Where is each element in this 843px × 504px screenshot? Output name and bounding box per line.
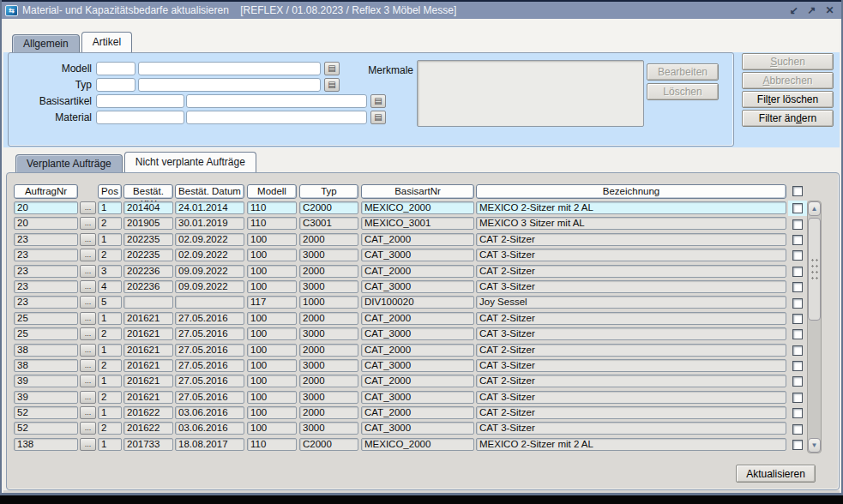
row-lov-button[interactable]: ... bbox=[80, 438, 96, 451]
cell-auftragnr[interactable]: 25 bbox=[14, 327, 78, 340]
cell-basisartnr[interactable]: CAT_2000 bbox=[361, 406, 474, 419]
cell-basisartnr[interactable]: MEXICO_2000 bbox=[361, 201, 474, 214]
cell-bestaet-datum[interactable]: 24.01.2014 bbox=[175, 201, 244, 214]
column-header-bezeichnung[interactable]: Bezeichnung bbox=[476, 184, 786, 199]
cell-typ[interactable]: 2000 bbox=[299, 344, 358, 357]
cell-bestaet-kw[interactable]: 201404 bbox=[123, 201, 173, 214]
column-header-typ[interactable]: Typ bbox=[299, 184, 358, 199]
select-all-checkbox[interactable] bbox=[792, 186, 803, 196]
cell-basisartnr[interactable]: CAT_2000 bbox=[361, 344, 474, 357]
row-lov-button[interactable]: ... bbox=[80, 233, 96, 246]
cell-basisartnr[interactable]: MEXICO_3001 bbox=[361, 217, 474, 230]
column-header-auftragnr[interactable]: AuftragNr bbox=[14, 184, 78, 199]
cell-bestaet-datum[interactable]: 18.08.2017 bbox=[175, 438, 244, 451]
cell-typ[interactable]: 1000 bbox=[299, 296, 358, 309]
row-lov-button[interactable]: ... bbox=[80, 312, 96, 325]
cell-bezeichnung[interactable]: MEXICO 2-Sitzer mit 2 AL bbox=[476, 438, 786, 451]
abbrechen-button[interactable]: Abbrechen bbox=[742, 72, 834, 89]
cell-bestaet-kw[interactable]: 201621 bbox=[123, 391, 173, 404]
cell-bezeichnung[interactable]: CAT 2-Sitzer bbox=[476, 406, 786, 419]
row-checkbox[interactable] bbox=[792, 282, 803, 292]
cell-modell[interactable]: 110 bbox=[247, 438, 297, 451]
cell-typ[interactable]: 2000 bbox=[299, 406, 358, 419]
row-checkbox[interactable] bbox=[792, 219, 803, 230]
cell-modell[interactable]: 100 bbox=[247, 344, 297, 357]
cell-basisartnr[interactable]: CAT_2000 bbox=[361, 375, 474, 387]
modell-lov-icon[interactable]: ▤ bbox=[324, 62, 340, 75]
cell-basisartnr[interactable]: MEXICO_2000 bbox=[361, 438, 474, 451]
tab-verplante-auftraege[interactable]: Verplante Aufträge bbox=[15, 154, 123, 172]
cell-typ[interactable]: 2000 bbox=[299, 233, 358, 246]
row-checkbox[interactable] bbox=[792, 408, 803, 418]
tab-artikel[interactable]: Artikel bbox=[81, 32, 132, 52]
loeschen-button[interactable]: Löschen bbox=[647, 83, 719, 100]
row-lov-button[interactable]: ... bbox=[80, 375, 96, 387]
cell-typ[interactable]: 3000 bbox=[299, 422, 358, 435]
cell-bestaet-datum[interactable]: 02.09.2022 bbox=[175, 249, 244, 261]
cell-bestaet-datum[interactable]: 27.05.2016 bbox=[175, 391, 244, 404]
row-checkbox[interactable] bbox=[792, 314, 803, 324]
row-lov-button[interactable]: ... bbox=[80, 327, 96, 340]
cell-modell[interactable]: 100 bbox=[247, 312, 297, 325]
row-lov-button[interactable]: ... bbox=[80, 249, 96, 261]
row-checkbox[interactable] bbox=[792, 424, 803, 435]
row-lov-button[interactable]: ... bbox=[80, 359, 96, 372]
row-checkbox[interactable] bbox=[792, 393, 803, 403]
cell-pos[interactable]: 2 bbox=[98, 249, 122, 261]
cell-bestaet-kw[interactable]: 202236 bbox=[123, 265, 173, 278]
scroll-up-icon[interactable]: ▲ bbox=[808, 201, 821, 216]
row-checkbox[interactable] bbox=[792, 361, 803, 371]
cell-bestaet-datum[interactable]: 27.05.2016 bbox=[175, 312, 244, 325]
basisartikel-code-input[interactable] bbox=[96, 94, 184, 108]
cell-pos[interactable]: 2 bbox=[98, 217, 122, 230]
cell-auftragnr[interactable]: 52 bbox=[14, 406, 78, 419]
cell-basisartnr[interactable]: CAT_3000 bbox=[361, 327, 474, 340]
row-checkbox[interactable] bbox=[792, 345, 803, 356]
row-checkbox[interactable] bbox=[792, 329, 803, 339]
modell-code-input[interactable] bbox=[96, 62, 135, 75]
cell-bestaet-kw[interactable]: 201621 bbox=[123, 344, 173, 357]
cell-auftragnr[interactable]: 25 bbox=[14, 312, 78, 325]
material-lov-icon[interactable]: ▤ bbox=[370, 111, 386, 124]
typ-lov-icon[interactable]: ▤ bbox=[324, 78, 340, 92]
column-header-basisartnr[interactable]: BasisartNr bbox=[361, 184, 474, 199]
cell-bezeichnung[interactable]: MEXICO 3 Sitzer mit AL bbox=[476, 217, 786, 230]
cell-bestaet-kw[interactable]: 201622 bbox=[123, 422, 173, 435]
cell-bestaet-kw[interactable]: 202236 bbox=[123, 280, 173, 293]
restore-icon[interactable]: ↙ bbox=[787, 4, 800, 17]
cell-bestaet-datum[interactable] bbox=[175, 296, 244, 309]
row-checkbox[interactable] bbox=[792, 298, 803, 309]
row-lov-button[interactable]: ... bbox=[80, 265, 96, 278]
material-text-input[interactable] bbox=[186, 111, 367, 124]
cell-modell[interactable]: 110 bbox=[247, 217, 297, 230]
cell-modell[interactable]: 100 bbox=[247, 422, 297, 435]
aktualisieren-button[interactable]: Aktualisieren bbox=[736, 465, 816, 483]
cell-bestaet-kw[interactable]: 201905 bbox=[123, 217, 173, 230]
cell-modell[interactable]: 117 bbox=[247, 296, 297, 309]
cell-modell[interactable]: 100 bbox=[247, 406, 297, 419]
basisartikel-text-input[interactable] bbox=[186, 94, 367, 108]
cell-bezeichnung[interactable]: CAT 2-Sitzer bbox=[476, 375, 786, 387]
cell-auftragnr[interactable]: 38 bbox=[14, 359, 78, 372]
scrollbar-thumb[interactable] bbox=[808, 218, 821, 321]
cell-basisartnr[interactable]: CAT_3000 bbox=[361, 391, 474, 404]
cell-bezeichnung[interactable]: CAT 3-Sitzer bbox=[476, 280, 786, 293]
close-icon[interactable]: ✕ bbox=[823, 4, 836, 17]
typ-code-input[interactable] bbox=[96, 78, 135, 92]
cell-auftragnr[interactable]: 39 bbox=[14, 375, 78, 387]
cell-bestaet-datum[interactable]: 03.06.2016 bbox=[175, 406, 244, 419]
cell-pos[interactable]: 2 bbox=[98, 391, 122, 404]
cell-bestaet-datum[interactable]: 03.06.2016 bbox=[175, 422, 244, 435]
cell-typ[interactable]: 2000 bbox=[299, 375, 358, 387]
cell-typ[interactable]: 2000 bbox=[299, 312, 358, 325]
column-header-bestaet-datum[interactable]: Bestät. Datum bbox=[175, 184, 244, 199]
filter-loeschen-button[interactable]: Filter löschen bbox=[742, 91, 834, 108]
cell-typ[interactable]: 3000 bbox=[299, 280, 358, 293]
cell-pos[interactable]: 2 bbox=[98, 422, 122, 435]
cell-bezeichnung[interactable]: CAT 3-Sitzer bbox=[476, 422, 786, 435]
cell-bestaet-datum[interactable]: 02.09.2022 bbox=[175, 233, 244, 246]
cell-modell[interactable]: 110 bbox=[247, 201, 297, 214]
cell-typ[interactable]: 3000 bbox=[299, 249, 358, 261]
cell-pos[interactable]: 1 bbox=[98, 201, 122, 214]
cell-bestaet-kw[interactable]: 201621 bbox=[123, 312, 173, 325]
